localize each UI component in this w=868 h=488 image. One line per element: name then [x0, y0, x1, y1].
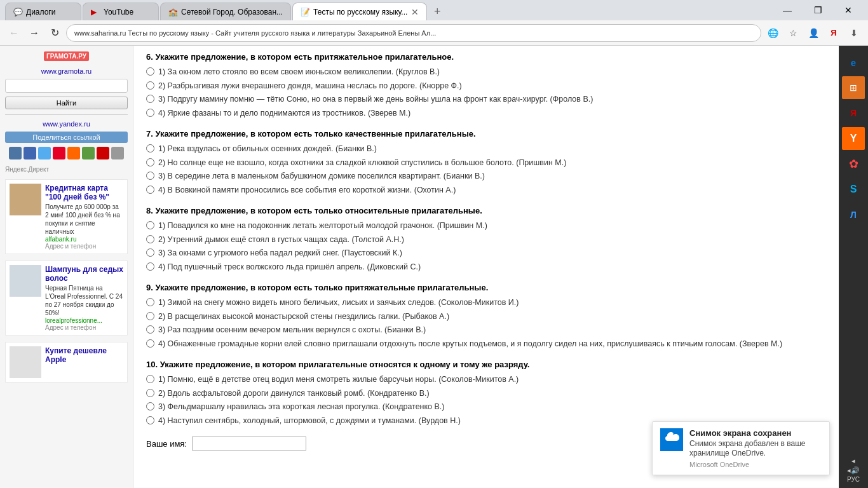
option-6-2-text: 2) Разбрызгивая лужи вчерашнего дождя, м…: [158, 81, 462, 92]
radio-9-1[interactable]: [146, 298, 154, 306]
radio-8-2[interactable]: [146, 235, 154, 243]
radio-6-2[interactable]: [146, 81, 154, 90]
toolbar-right: 🌐 ☆ 👤 Я ⬇: [764, 24, 863, 42]
radio-8-4[interactable]: [146, 262, 154, 271]
back-button[interactable]: ←: [5, 24, 23, 42]
sidebar-search-input[interactable]: [5, 79, 128, 93]
radio-7-3[interactable]: [146, 172, 154, 180]
ad-shampoo-desc: Черная Пятница на L'Oreal Professionnel.…: [45, 284, 123, 317]
gp-icon[interactable]: [53, 147, 65, 159]
new-tab-button[interactable]: +: [428, 3, 446, 20]
question-7-text: Укажите предложение, в котором есть толь…: [155, 129, 475, 139]
sound-control[interactable]: ◂🔊: [847, 466, 860, 475]
question-8-option-3: 3) За окнами с угрюмого неба падал редки…: [146, 248, 826, 259]
radio-10-2[interactable]: [146, 389, 154, 397]
youtube-favicon: ▶: [91, 8, 100, 17]
vk-icon[interactable]: [9, 147, 22, 159]
ad-shampoo-link[interactable]: lorealprofessionne...: [45, 317, 123, 324]
tw-icon[interactable]: [38, 147, 51, 159]
option-8-2-text: 2) Утренний дымок ещё стоял в густых чащ…: [158, 234, 404, 246]
ad-credit-link[interactable]: alfabank.ru: [45, 236, 123, 243]
ad-credit-text: Кредитная карта "100 дней без %" Получит…: [45, 184, 123, 250]
radio-9-3[interactable]: [146, 325, 154, 334]
yandex-orange-icon[interactable]: Y: [842, 127, 865, 150]
maximize-button[interactable]: ❐: [803, 0, 832, 20]
question-6-option-3: 3) Подругу мамину помню — тётю Соню, но …: [146, 94, 826, 105]
ad-apple-title[interactable]: Купите дешевле Apple: [45, 346, 123, 364]
radio-6-1[interactable]: [146, 67, 154, 76]
forward-button[interactable]: →: [25, 24, 43, 42]
user-icon[interactable]: 👤: [804, 24, 822, 42]
ok-icon[interactable]: [67, 147, 80, 159]
radio-7-2[interactable]: [146, 158, 154, 166]
question-8: 8. Укажите предложение, в котором есть т…: [146, 206, 826, 273]
skype-icon[interactable]: S: [842, 178, 865, 201]
more-icon[interactable]: [111, 147, 124, 159]
question-10-option-3: 3) Фельдмаршалу нравилась эта короткая л…: [146, 402, 826, 413]
ad-shampoo-addr: Адрес и телефон: [45, 324, 123, 331]
radio-6-3[interactable]: [146, 95, 154, 103]
sidebar-gramota-url[interactable]: www.gramota.ru: [5, 67, 128, 75]
refresh-button[interactable]: ↻: [46, 24, 64, 42]
radio-8-1[interactable]: [146, 221, 154, 229]
radio-6-4[interactable]: [146, 109, 154, 117]
ad-shampoo-title[interactable]: Шампунь для седых волос: [45, 265, 123, 283]
tab-setgorod[interactable]: 🏫 Сетевой Город. Образован...: [160, 3, 291, 20]
radio-10-3[interactable]: [146, 402, 154, 410]
sidebar-share-button[interactable]: Поделиться ссылкой: [5, 132, 128, 143]
radio-10-1[interactable]: [146, 375, 154, 383]
question-10-title: 10. Укажите предложение, в котором прила…: [146, 360, 826, 369]
ad-credit-title[interactable]: Кредитная карта "100 дней без %": [45, 184, 123, 201]
question-8-option-4: 4) Под пушечный треск волжского льда при…: [146, 262, 826, 273]
edge-icon[interactable]: e: [842, 51, 865, 74]
question-6-option-2: 2) Разбрызгивая лужи вчерашнего дождя, м…: [146, 81, 826, 92]
question-9-option-3: 3) Раз поздним осенним вечером мельник в…: [146, 325, 826, 336]
ad-apple-text: Купите дешевле Apple: [45, 346, 123, 378]
radio-8-3[interactable]: [146, 248, 154, 257]
ya-icon[interactable]: [97, 147, 109, 159]
question-9-text: Укажите предложение, в котором есть толь…: [155, 283, 488, 292]
toast-notification[interactable]: Снимок экрана сохранен Снимок экрана доб…: [652, 421, 830, 475]
ad-shampoo-image: [10, 265, 41, 297]
question-7-num: 7.: [146, 129, 153, 139]
fb-icon[interactable]: [24, 147, 36, 159]
star-icon[interactable]: ☆: [784, 24, 802, 42]
sidebar-divider-1: [5, 114, 128, 115]
tab-tests-title: Тесты по русскому языку...: [313, 8, 407, 17]
mm-icon[interactable]: [82, 147, 95, 159]
yandex-toolbar-icon[interactable]: Я: [825, 24, 843, 42]
question-7: 7. Укажите предложение, в котором есть т…: [146, 129, 826, 196]
close-button[interactable]: ✕: [834, 0, 863, 20]
sidebar-yandex-url[interactable]: www.yandex.ru: [5, 120, 128, 128]
download-icon[interactable]: ⬇: [845, 24, 863, 42]
toast-message: Снимок экрана добавлен в ваше хранилище …: [689, 439, 822, 459]
flower-icon[interactable]: ✿: [842, 152, 865, 175]
yandex-direct-label: Яндекс.Директ: [5, 166, 128, 173]
ad-shampoo: Шампунь для седых волос Черная Пятница н…: [5, 261, 128, 336]
tab-tests[interactable]: 📝 Тесты по русскому языку... ✕: [292, 3, 427, 20]
tests-favicon: 📝: [301, 8, 309, 17]
right-panel-bottom: ◂ ◂🔊 РУС: [843, 457, 864, 488]
yandex-red-icon[interactable]: Я: [842, 102, 865, 125]
tab-youtube[interactable]: ▶ YouTube: [83, 3, 159, 20]
minimize-button[interactable]: —: [773, 0, 802, 20]
ad-apple: Купите дешевле Apple: [5, 342, 128, 383]
sidebar: ГРАМОТА.РУ www.gramota.ru Найти www.yand…: [0, 46, 133, 488]
option-7-1-text: 1) Река вздулась от обильных осенних дож…: [158, 144, 377, 155]
option-6-3-text: 3) Подругу мамину помню — тётю Соню, но …: [158, 94, 593, 105]
blue-n-icon[interactable]: Л: [842, 203, 865, 226]
radio-7-4[interactable]: [146, 186, 154, 194]
radio-7-1[interactable]: [146, 144, 154, 152]
translate-icon[interactable]: 🌐: [764, 24, 782, 42]
radio-9-4[interactable]: [146, 339, 154, 348]
tab-tests-close[interactable]: ✕: [411, 8, 419, 17]
your-name-input[interactable]: [192, 437, 306, 451]
sidebar-find-button[interactable]: Найти: [5, 97, 128, 109]
right-scroll-left[interactable]: ◂: [851, 457, 855, 465]
radio-10-4[interactable]: [146, 416, 154, 424]
radio-9-2[interactable]: [146, 312, 154, 320]
store-icon[interactable]: ⊞: [842, 76, 865, 99]
tab-dialogs[interactable]: 💬 Диалоги: [5, 3, 81, 20]
tab-dialogs-title: Диалоги: [26, 8, 73, 17]
address-bar[interactable]: www.saharina.ru Тесты по русскому языку …: [66, 24, 761, 42]
